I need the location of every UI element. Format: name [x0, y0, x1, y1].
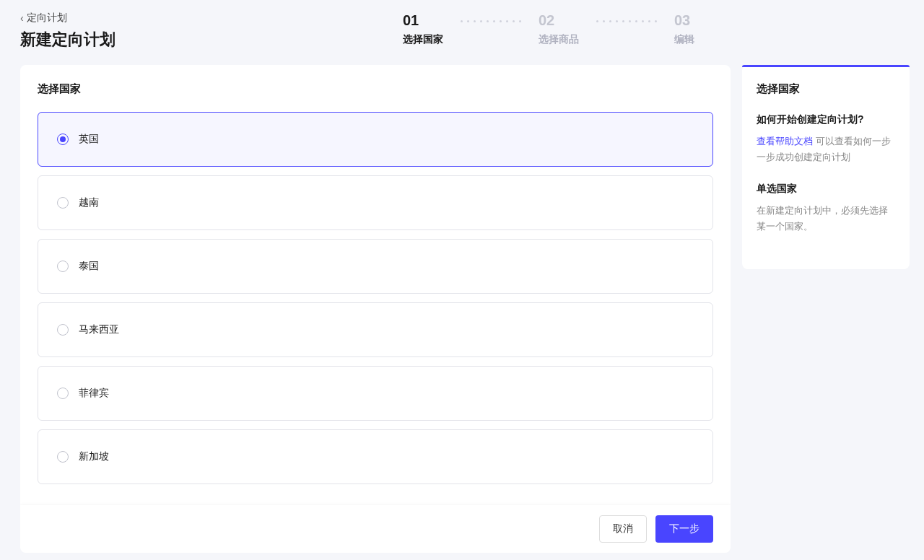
country-option[interactable]: 菲律宾 [38, 366, 713, 421]
main-panel: 选择国家 英国 越南 泰国 马来西亚 菲律宾 [20, 65, 731, 553]
footer-actions: 取消 下一步 [20, 505, 731, 553]
country-option[interactable]: 英国 [38, 112, 713, 167]
country-label: 泰国 [79, 260, 99, 273]
next-button[interactable]: 下一步 [655, 515, 713, 543]
help-panel: 选择国家 如何开始创建定向计划? 查看帮助文档 可以查看如何一步一步成功创建定向… [742, 65, 910, 269]
chevron-left-icon: ‹ [20, 12, 24, 24]
step-1: 01 选择国家 [403, 12, 443, 46]
section-title: 选择国家 [38, 82, 713, 96]
step-label: 选择商品 [539, 33, 579, 46]
country-label: 马来西亚 [79, 323, 119, 336]
country-option[interactable]: 马来西亚 [38, 302, 713, 357]
help-heading: 如何开始创建定向计划? [757, 113, 895, 126]
help-section: 单选国家 在新建定向计划中，必须先选择某一个国家。 [757, 183, 895, 235]
step-separator [579, 12, 674, 22]
breadcrumb-label: 定向计划 [27, 12, 67, 25]
step-number: 01 [403, 12, 419, 29]
breadcrumb-back[interactable]: ‹ 定向计划 [20, 12, 116, 25]
country-label: 越南 [79, 196, 99, 209]
help-section: 如何开始创建定向计划? 查看帮助文档 可以查看如何一步一步成功创建定向计划 [757, 113, 895, 165]
radio-icon [57, 261, 69, 272]
step-label: 选择国家 [403, 33, 443, 46]
country-label: 新加坡 [79, 450, 109, 463]
radio-icon [57, 197, 69, 209]
cancel-button[interactable]: 取消 [599, 515, 647, 543]
radio-icon [57, 324, 69, 336]
page-title: 新建定向计划 [20, 29, 116, 51]
radio-icon [57, 451, 69, 463]
step-2: 02 选择商品 [539, 12, 579, 46]
country-label: 英国 [79, 133, 99, 146]
steps-indicator: 01 选择国家 02 选择商品 03 编辑 [403, 12, 904, 46]
country-option[interactable]: 新加坡 [38, 429, 713, 484]
step-separator [443, 12, 539, 22]
country-option[interactable]: 越南 [38, 175, 713, 230]
step-label: 编辑 [674, 33, 694, 46]
country-option[interactable]: 泰国 [38, 239, 713, 294]
step-number: 02 [539, 12, 554, 29]
step-3: 03 编辑 [674, 12, 694, 46]
country-list: 英国 越南 泰国 马来西亚 菲律宾 新加坡 [38, 112, 713, 484]
help-title: 选择国家 [757, 82, 895, 96]
help-text-body: 在新建定向计划中，必须先选择某一个国家。 [757, 203, 895, 235]
step-number: 03 [674, 12, 690, 29]
help-heading: 单选国家 [757, 183, 895, 196]
radio-icon [57, 134, 69, 145]
help-doc-link[interactable]: 查看帮助文档 [757, 136, 813, 146]
help-text: 查看帮助文档 可以查看如何一步一步成功创建定向计划 [757, 134, 895, 165]
country-label: 菲律宾 [79, 387, 109, 400]
radio-icon [57, 388, 69, 399]
